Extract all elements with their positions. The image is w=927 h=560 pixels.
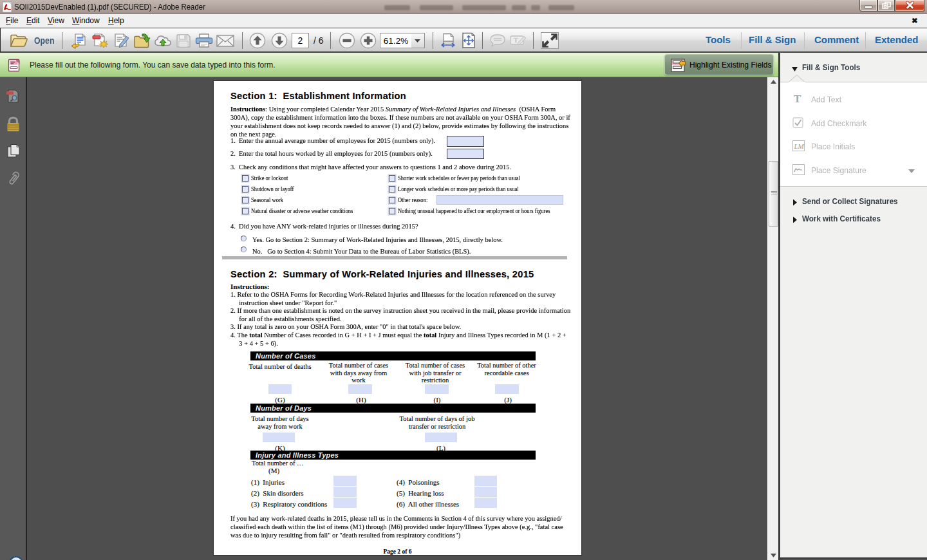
svg-text:LM: LM bbox=[794, 142, 805, 150]
svg-text:T: T bbox=[514, 37, 518, 44]
